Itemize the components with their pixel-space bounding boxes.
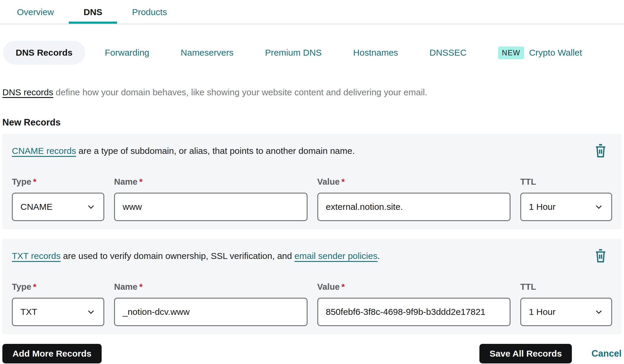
required-marker: * (33, 177, 36, 186)
record-description: CNAME records are a type of subdomain, o… (12, 145, 355, 157)
name-input[interactable] (114, 298, 308, 326)
type-select[interactable]: TXT (12, 298, 104, 326)
required-marker: * (33, 282, 36, 291)
record-card-cname: CNAME records are a type of subdomain, o… (2, 134, 622, 229)
subtab-dns-records[interactable]: DNS Records (3, 41, 85, 65)
ttl-label: TTL (520, 177, 612, 187)
add-more-records-button[interactable]: Add More Records (2, 344, 102, 363)
dns-subtab-bar: DNS Records Forwarding Nameservers Premi… (3, 41, 624, 65)
ttl-select[interactable]: 1 Hour (520, 193, 612, 221)
required-marker: * (139, 282, 143, 291)
type-label: Type* (12, 282, 104, 292)
value-input[interactable] (317, 193, 511, 221)
record-card-txt: TXT records are used to verify domain ow… (2, 239, 622, 334)
name-label: Name* (114, 177, 308, 187)
txt-records-link[interactable]: TXT records (12, 251, 61, 261)
type-select-value: CNAME (20, 202, 52, 212)
subtab-crypto-wallet-label: Crypto Wallet (529, 48, 582, 58)
delete-record-button[interactable] (594, 143, 607, 159)
trash-icon (594, 143, 607, 159)
subtab-dnssec[interactable]: DNSSEC (418, 48, 479, 58)
chevron-down-icon (594, 202, 604, 212)
record-description: TXT records are used to verify domain ow… (12, 250, 380, 262)
name-label: Name* (114, 282, 308, 292)
ttl-select-value: 1 Hour (529, 202, 556, 212)
email-sender-policies-link[interactable]: email sender policies (295, 251, 377, 261)
subtab-forwarding[interactable]: Forwarding (93, 48, 161, 58)
cname-records-link[interactable]: CNAME records (12, 146, 76, 156)
dns-records-link[interactable]: DNS records (2, 87, 53, 97)
subtab-crypto-wallet[interactable]: NEW Crypto Wallet (486, 46, 594, 59)
save-all-records-button[interactable]: Save All Records (479, 344, 572, 363)
ttl-label: TTL (520, 282, 612, 292)
chevron-down-icon (86, 307, 96, 317)
subtab-hostnames[interactable]: Hostnames (341, 48, 410, 58)
tab-products[interactable]: Products (117, 0, 182, 24)
chevron-down-icon (86, 202, 96, 212)
subtab-nameservers[interactable]: Nameservers (169, 48, 245, 58)
delete-record-button[interactable] (594, 248, 607, 264)
value-input[interactable] (317, 298, 511, 326)
tab-overview[interactable]: Overview (2, 0, 69, 24)
footer-actions: Add More Records Save All Records Cancel (2, 344, 622, 363)
required-marker: * (341, 282, 345, 291)
name-input[interactable] (114, 193, 308, 221)
value-label: Value* (317, 177, 511, 187)
tab-dns[interactable]: DNS (69, 0, 117, 24)
intro-rest: define how your domain behaves, like sho… (53, 87, 427, 97)
type-label: Type* (12, 177, 104, 187)
value-label: Value* (317, 282, 511, 292)
required-marker: * (341, 177, 345, 186)
type-select[interactable]: CNAME (12, 193, 104, 221)
trash-icon (594, 248, 607, 264)
ttl-select[interactable]: 1 Hour (520, 298, 612, 326)
new-records-heading: New Records (2, 117, 622, 128)
ttl-select-value: 1 Hour (529, 307, 556, 317)
cancel-button[interactable]: Cancel (591, 348, 622, 359)
type-select-value: TXT (20, 307, 37, 317)
new-badge: NEW (498, 46, 524, 59)
domain-tab-bar: Overview DNS Products (0, 0, 624, 24)
chevron-down-icon (594, 307, 604, 317)
subtab-premium-dns[interactable]: Premium DNS (253, 48, 334, 58)
required-marker: * (139, 177, 143, 186)
dns-intro-text: DNS records define how your domain behav… (2, 86, 622, 98)
